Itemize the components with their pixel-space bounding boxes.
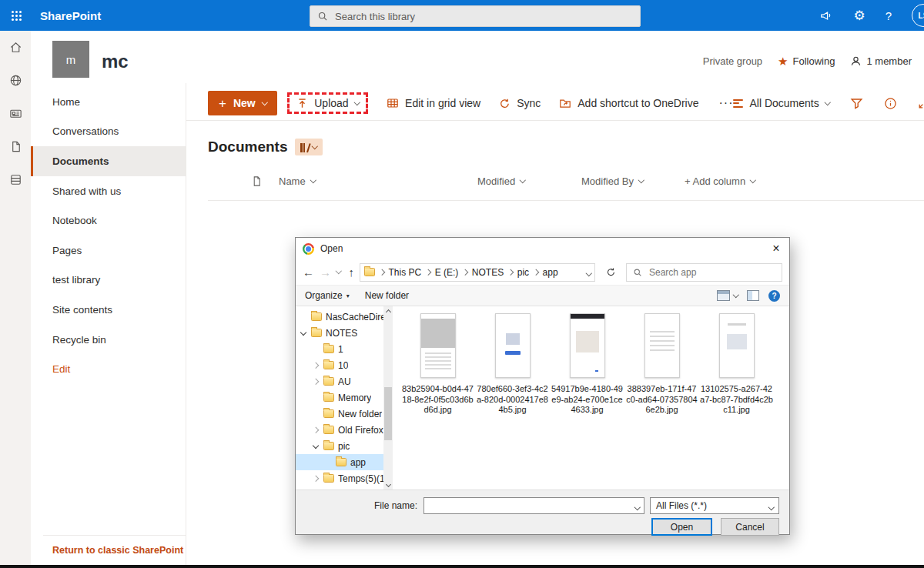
recent-locations-chevron-icon[interactable] xyxy=(336,268,342,274)
expand-icon[interactable] xyxy=(918,97,924,109)
tree-item-notes[interactable]: NOTES xyxy=(296,325,393,341)
new-folder-button[interactable]: New folder xyxy=(365,290,409,301)
organize-button[interactable]: Organize ▾ xyxy=(305,290,350,301)
globe-icon[interactable] xyxy=(8,73,23,88)
back-icon[interactable]: ← xyxy=(303,266,314,278)
document-icon[interactable] xyxy=(8,139,23,154)
sidebar-item-recycle-bin[interactable]: Recycle bin xyxy=(31,325,186,355)
tree-item-new-folder[interactable]: New folder xyxy=(296,406,393,422)
file-name-combobox[interactable] xyxy=(424,497,644,514)
sidebar-edit-link[interactable]: Edit xyxy=(31,354,186,384)
up-icon[interactable]: ↑ xyxy=(349,266,355,278)
new-button[interactable]: + New xyxy=(208,91,277,115)
breadcrumb-this-pc[interactable]: This PC xyxy=(389,267,422,278)
settings-gear-icon[interactable]: ⚙ xyxy=(853,9,865,22)
file-item[interactable]: 54917b9e-4180-49e9-ab24-e700e1ce4633.jpg xyxy=(550,313,624,416)
chevron-down-icon[interactable] xyxy=(634,503,640,510)
site-title[interactable]: mc xyxy=(102,51,129,72)
scrollbar-thumb[interactable] xyxy=(384,387,392,440)
home-icon[interactable] xyxy=(8,40,23,55)
filter-icon[interactable] xyxy=(850,97,863,110)
app-launcher-icon[interactable] xyxy=(0,0,32,31)
file-type-column-icon[interactable] xyxy=(251,175,263,187)
expander-spacer xyxy=(300,313,307,321)
folder-icon xyxy=(323,442,334,450)
breadcrumb-notes[interactable]: NOTES xyxy=(472,267,504,278)
edit-grid-view-button[interactable]: Edit in grid view xyxy=(387,97,480,109)
more-commands-button[interactable]: ··· xyxy=(718,96,733,110)
suite-search-box[interactable] xyxy=(310,5,641,27)
upload-button[interactable]: Upload xyxy=(296,97,359,109)
tree-item-nascachedire[interactable]: NasCacheDire xyxy=(296,309,393,325)
tree-scrollbar[interactable] xyxy=(383,306,393,490)
info-icon[interactable] xyxy=(884,97,897,110)
address-bar[interactable]: This PC E (E:) NOTES pic app xyxy=(360,263,595,282)
help-icon[interactable]: ? xyxy=(886,9,892,22)
tree-item-memory[interactable]: Memory xyxy=(296,389,393,406)
change-view-button[interactable] xyxy=(717,290,738,301)
forward-icon[interactable]: → xyxy=(320,266,331,278)
file-name-input[interactable] xyxy=(429,500,635,512)
breadcrumb-drive-e[interactable]: E (E:) xyxy=(435,267,459,278)
expanded-chevron-icon[interactable] xyxy=(312,443,320,450)
dialog-title-bar[interactable]: Open × xyxy=(296,238,789,259)
close-icon[interactable]: × xyxy=(763,238,789,259)
sidebar-item-notebook[interactable]: Notebook xyxy=(31,205,186,236)
tree-item-1[interactable]: 1 xyxy=(296,341,393,357)
open-button[interactable]: Open xyxy=(651,518,712,536)
library-type-chip[interactable] xyxy=(295,139,322,155)
add-shortcut-onedrive-button[interactable]: Add shortcut to OneDrive xyxy=(559,97,698,109)
column-header-modified-by[interactable]: Modified By xyxy=(581,175,643,187)
tree-item-pic[interactable]: pic xyxy=(296,438,393,454)
collapsed-chevron-icon[interactable] xyxy=(312,362,320,369)
sidebar-item-shared-with-us[interactable]: Shared with us xyxy=(31,176,186,206)
tree-item-10[interactable]: 10 xyxy=(296,357,393,373)
tree-item-app-selected[interactable]: app xyxy=(296,454,393,470)
list-icon[interactable] xyxy=(8,172,23,187)
star-icon: ★ xyxy=(778,55,788,67)
sidebar-item-site-contents[interactable]: Site contents xyxy=(31,295,186,325)
dialog-help-icon[interactable]: ? xyxy=(768,290,780,302)
dialog-search-input[interactable] xyxy=(648,266,775,279)
file-item[interactable]: 13102575-a267-42a7-bc87-7bdfd4c2bc11.jpg xyxy=(699,313,774,416)
column-header-modified[interactable]: Modified xyxy=(477,175,525,187)
column-label: Modified xyxy=(477,175,515,187)
view-selector[interactable]: All Documents xyxy=(733,97,829,109)
news-icon[interactable] xyxy=(8,106,23,121)
account-avatar[interactable]: LS xyxy=(912,4,924,27)
members-button[interactable]: 1 member xyxy=(850,55,912,67)
sidebar-item-conversations[interactable]: Conversations xyxy=(31,117,186,147)
sidebar-item-test-library[interactable]: test library xyxy=(31,266,186,296)
sidebar-item-home[interactable]: Home xyxy=(31,87,186,117)
site-logo[interactable]: m xyxy=(52,41,89,78)
file-item[interactable]: 83b25904-b0d4-4718-8e2f-0f5c03d6bd6d.jpg xyxy=(400,313,475,416)
sync-button[interactable]: Sync xyxy=(499,97,541,109)
scroll-up-icon[interactable] xyxy=(383,306,393,316)
file-item[interactable]: 388397eb-171f-47c0-ad64-073578046e2b.jpg xyxy=(624,313,699,416)
sidebar-item-documents[interactable]: Documents xyxy=(31,146,186,176)
preview-pane-icon[interactable] xyxy=(747,290,759,301)
tree-item-temps[interactable]: Temps(5)(1) xyxy=(296,470,393,486)
suite-search-input[interactable] xyxy=(333,10,633,23)
file-type-select[interactable]: All Files (*.*) xyxy=(650,497,779,514)
dialog-search-box[interactable] xyxy=(626,263,782,282)
return-to-classic-link[interactable]: Return to classic SharePoint xyxy=(52,545,183,556)
tree-item-old-firefox[interactable]: Old Firefox D xyxy=(296,422,393,438)
column-header-name[interactable]: Name xyxy=(279,175,315,187)
breadcrumb-app[interactable]: app xyxy=(543,267,558,278)
following-button[interactable]: ★ Following xyxy=(778,55,835,67)
collapsed-chevron-icon[interactable] xyxy=(312,378,320,386)
cancel-button[interactable]: Cancel xyxy=(721,518,779,536)
megaphone-icon[interactable] xyxy=(819,8,833,23)
sidebar-item-pages[interactable]: Pages xyxy=(31,236,186,266)
breadcrumb-pic[interactable]: pic xyxy=(517,267,529,278)
brand-title[interactable]: SharePoint xyxy=(40,9,101,22)
refresh-icon[interactable] xyxy=(601,263,621,282)
collapsed-chevron-icon[interactable] xyxy=(312,475,320,483)
address-dropdown-chevron-icon[interactable] xyxy=(585,270,591,276)
tree-item-au[interactable]: AU xyxy=(296,373,393,389)
add-column-button[interactable]: + Add column xyxy=(685,175,755,187)
file-item[interactable]: 780ef660-3ef3-4c2a-820d-0002417e84b5.jpg xyxy=(475,313,550,416)
expanded-chevron-icon[interactable] xyxy=(300,329,307,337)
collapsed-chevron-icon[interactable] xyxy=(312,426,320,434)
